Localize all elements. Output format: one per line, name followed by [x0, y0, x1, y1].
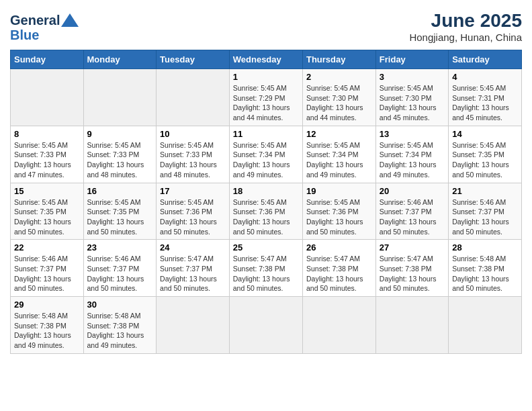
day-number: 21 [452, 186, 518, 196]
day-info: Sunrise: 5:47 AMSunset: 7:38 PMDaylight:… [306, 254, 372, 293]
day-number: 28 [452, 242, 518, 253]
day-number: 27 [380, 242, 445, 253]
table-row: 28Sunrise: 5:48 AMSunset: 7:38 PMDayligh… [449, 240, 522, 297]
day-number: 26 [306, 242, 372, 253]
table-row [375, 297, 448, 354]
table-row: 8Sunrise: 5:45 AMSunset: 7:33 PMDaylight… [11, 126, 84, 183]
day-info: Sunrise: 5:45 AMSunset: 7:36 PMDaylight:… [233, 197, 299, 237]
day-number: 13 [380, 129, 445, 139]
day-info: Sunrise: 5:48 AMSunset: 7:38 PMDaylight:… [452, 254, 518, 293]
table-row: 9Sunrise: 5:45 AMSunset: 7:33 PMDaylight… [83, 126, 157, 183]
table-row [11, 69, 84, 126]
day-info: Sunrise: 5:45 AMSunset: 7:34 PMDaylight:… [306, 140, 372, 180]
day-info: Sunrise: 5:45 AMSunset: 7:33 PMDaylight:… [87, 140, 153, 180]
table-row: 25Sunrise: 5:47 AMSunset: 7:38 PMDayligh… [229, 240, 302, 297]
day-number: 30 [87, 300, 153, 310]
day-number: 23 [87, 242, 153, 253]
table-row: 27Sunrise: 5:47 AMSunset: 7:38 PMDayligh… [375, 240, 448, 297]
svg-marker-0 [61, 13, 79, 27]
table-row: 24Sunrise: 5:47 AMSunset: 7:37 PMDayligh… [157, 240, 230, 297]
table-row [83, 69, 157, 126]
day-number: 1 [233, 72, 299, 82]
day-info: Sunrise: 5:46 AMSunset: 7:37 PMDaylight:… [14, 254, 80, 293]
day-info: Sunrise: 5:45 AMSunset: 7:36 PMDaylight:… [306, 197, 372, 237]
day-number: 12 [306, 129, 372, 139]
day-number: 11 [233, 129, 299, 139]
table-row: 14Sunrise: 5:45 AMSunset: 7:35 PMDayligh… [449, 126, 522, 183]
day-info: Sunrise: 5:45 AMSunset: 7:35 PMDaylight:… [14, 197, 80, 237]
table-row: 29Sunrise: 5:48 AMSunset: 7:38 PMDayligh… [11, 297, 84, 354]
table-row: 18Sunrise: 5:45 AMSunset: 7:36 PMDayligh… [229, 183, 302, 240]
table-row: 1Sunrise: 5:45 AMSunset: 7:29 PMDaylight… [229, 69, 302, 126]
table-row: 23Sunrise: 5:46 AMSunset: 7:37 PMDayligh… [83, 240, 157, 297]
table-row: 11Sunrise: 5:45 AMSunset: 7:34 PMDayligh… [229, 126, 302, 183]
day-info: Sunrise: 5:46 AMSunset: 7:37 PMDaylight:… [452, 197, 518, 237]
day-info: Sunrise: 5:45 AMSunset: 7:29 PMDaylight:… [233, 83, 299, 123]
col-friday: Friday [375, 50, 448, 69]
page-header: General Blue June 2025 Hongjiang, Hunan,… [10, 10, 522, 43]
day-number: 17 [160, 186, 226, 196]
calendar-subtitle: Hongjiang, Hunan, China [409, 32, 522, 43]
day-number: 2 [306, 72, 372, 82]
day-info: Sunrise: 5:48 AMSunset: 7:38 PMDaylight:… [87, 311, 153, 351]
day-number: 4 [452, 72, 518, 82]
calendar-week-row: 22Sunrise: 5:46 AMSunset: 7:37 PMDayligh… [11, 240, 522, 297]
day-number: 24 [160, 242, 226, 253]
table-row: 15Sunrise: 5:45 AMSunset: 7:35 PMDayligh… [11, 183, 84, 240]
day-info: Sunrise: 5:45 AMSunset: 7:33 PMDaylight:… [14, 140, 80, 180]
day-number: 19 [306, 186, 372, 196]
calendar-week-row: 8Sunrise: 5:45 AMSunset: 7:33 PMDaylight… [11, 126, 522, 183]
table-row: 21Sunrise: 5:46 AMSunset: 7:37 PMDayligh… [449, 183, 522, 240]
day-info: Sunrise: 5:45 AMSunset: 7:31 PMDaylight:… [452, 83, 518, 123]
table-row: 17Sunrise: 5:45 AMSunset: 7:36 PMDayligh… [157, 183, 230, 240]
day-info: Sunrise: 5:47 AMSunset: 7:37 PMDaylight:… [160, 254, 226, 293]
table-row: 16Sunrise: 5:45 AMSunset: 7:35 PMDayligh… [83, 183, 157, 240]
day-number: 8 [14, 129, 80, 139]
day-info: Sunrise: 5:47 AMSunset: 7:38 PMDaylight:… [380, 254, 445, 293]
day-info: Sunrise: 5:48 AMSunset: 7:38 PMDaylight:… [14, 311, 80, 351]
day-info: Sunrise: 5:46 AMSunset: 7:37 PMDaylight:… [380, 197, 445, 237]
table-row: 2Sunrise: 5:45 AMSunset: 7:30 PMDaylight… [302, 69, 375, 126]
day-info: Sunrise: 5:45 AMSunset: 7:35 PMDaylight:… [87, 197, 153, 237]
table-row: 19Sunrise: 5:45 AMSunset: 7:36 PMDayligh… [302, 183, 375, 240]
day-number: 16 [87, 186, 153, 196]
table-row: 20Sunrise: 5:46 AMSunset: 7:37 PMDayligh… [375, 183, 448, 240]
table-row [302, 297, 375, 354]
col-wednesday: Wednesday [229, 50, 302, 69]
calendar-table: Sunday Monday Tuesday Wednesday Thursday… [10, 50, 522, 354]
table-row [229, 297, 302, 354]
table-row: 22Sunrise: 5:46 AMSunset: 7:37 PMDayligh… [11, 240, 84, 297]
title-block: June 2025 Hongjiang, Hunan, China [409, 10, 522, 43]
day-info: Sunrise: 5:45 AMSunset: 7:35 PMDaylight:… [452, 140, 518, 180]
table-row [157, 297, 230, 354]
day-number: 9 [87, 129, 153, 139]
logo-blue-text: Blue [10, 28, 80, 42]
calendar-header-row: Sunday Monday Tuesday Wednesday Thursday… [11, 50, 522, 69]
calendar-week-row: 1Sunrise: 5:45 AMSunset: 7:29 PMDaylight… [11, 69, 522, 126]
day-number: 10 [160, 129, 226, 139]
day-info: Sunrise: 5:45 AMSunset: 7:30 PMDaylight:… [380, 83, 445, 123]
day-number: 20 [380, 186, 445, 196]
day-number: 3 [380, 72, 445, 82]
table-row: 26Sunrise: 5:47 AMSunset: 7:38 PMDayligh… [302, 240, 375, 297]
col-monday: Monday [83, 50, 157, 69]
day-number: 15 [14, 186, 80, 196]
col-sunday: Sunday [11, 50, 84, 69]
day-number: 22 [14, 242, 80, 253]
calendar-week-row: 15Sunrise: 5:45 AMSunset: 7:35 PMDayligh… [11, 183, 522, 240]
table-row: 30Sunrise: 5:48 AMSunset: 7:38 PMDayligh… [83, 297, 157, 354]
day-info: Sunrise: 5:47 AMSunset: 7:38 PMDaylight:… [233, 254, 299, 293]
day-info: Sunrise: 5:45 AMSunset: 7:34 PMDaylight:… [233, 140, 299, 180]
day-number: 14 [452, 129, 518, 139]
table-row [449, 297, 522, 354]
day-info: Sunrise: 5:46 AMSunset: 7:37 PMDaylight:… [87, 254, 153, 293]
day-number: 25 [233, 242, 299, 253]
day-info: Sunrise: 5:45 AMSunset: 7:34 PMDaylight:… [380, 140, 445, 180]
day-info: Sunrise: 5:45 AMSunset: 7:30 PMDaylight:… [306, 83, 372, 123]
table-row: 4Sunrise: 5:45 AMSunset: 7:31 PMDaylight… [449, 69, 522, 126]
day-info: Sunrise: 5:45 AMSunset: 7:36 PMDaylight:… [160, 197, 226, 237]
table-row [157, 69, 230, 126]
col-saturday: Saturday [449, 50, 522, 69]
col-thursday: Thursday [302, 50, 375, 69]
table-row: 12Sunrise: 5:45 AMSunset: 7:34 PMDayligh… [302, 126, 375, 183]
